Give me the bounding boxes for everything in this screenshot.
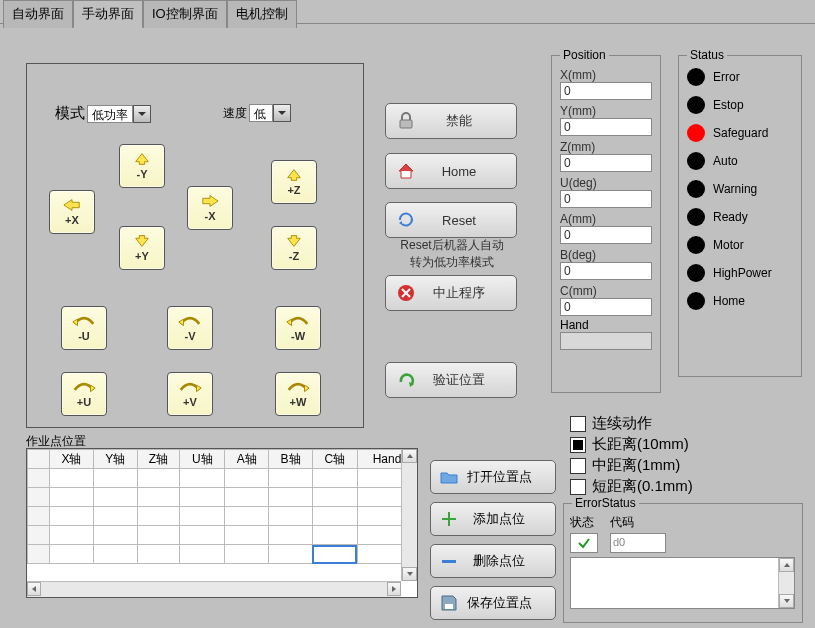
rotate-ccw-icon [177,314,203,328]
table-cell[interactable] [225,488,269,507]
table-cell[interactable] [50,469,94,488]
table-cell[interactable] [180,545,225,564]
checkbox-icon[interactable] [570,479,586,495]
jog-plus-x-button[interactable]: +X [49,190,95,234]
table-cell[interactable] [312,488,357,507]
jog-minus-x-button[interactable]: -X [187,186,233,230]
mode-value: 低功率 [87,105,133,123]
step-option-1[interactable]: 长距离(10mm) [570,435,693,454]
step-option-2[interactable]: 中距离(1mm) [570,456,693,475]
abort-button[interactable]: 中止程序 [385,275,517,311]
table-cell[interactable] [312,526,357,545]
rotate-ccw-icon [71,314,97,328]
home-button[interactable]: Home [385,153,517,189]
rotate-cw-icon [285,380,311,394]
scroll-up-button[interactable] [779,558,794,572]
delete-point-button[interactable]: 删除点位 [430,544,556,578]
pos-label-0: X(mm) [560,68,652,82]
mode-dropdown-button[interactable] [133,105,151,123]
table-cell[interactable] [93,507,137,526]
jog-minus-z-button[interactable]: -Z [271,226,317,270]
checkbox-icon[interactable] [570,416,586,432]
table-cell[interactable] [50,526,94,545]
error-state-label: 状态 [570,514,598,531]
position-title: Position [560,48,609,62]
step-option-0[interactable]: 连续动作 [570,414,693,433]
tab-motor[interactable]: 电机控制 [227,0,297,28]
table-cell[interactable] [225,526,269,545]
jog-minus-v-button[interactable]: -V [167,306,213,350]
table-cell[interactable] [50,488,94,507]
pos-label-1: Y(mm) [560,104,652,118]
col-header: Z轴 [137,450,180,469]
status-dot-icon [687,292,705,310]
table-cell[interactable] [180,526,225,545]
error-text-scrollbar[interactable] [778,558,794,608]
reset-button[interactable]: Reset [385,202,517,238]
error-status-title: ErrorStatus [572,496,639,510]
jog-minus-u-button[interactable]: -U [61,306,107,350]
table-cell[interactable] [269,469,313,488]
jog-minus-y-button[interactable]: -Y [119,144,165,188]
table-cell[interactable] [269,526,313,545]
table-cell[interactable] [93,526,137,545]
checkbox-icon[interactable] [570,437,586,453]
table-cell[interactable] [180,488,225,507]
table-cell[interactable] [269,507,313,526]
table-cell[interactable] [269,488,313,507]
status-row-highpower: HighPower [687,264,795,282]
table-hscrollbar[interactable] [27,581,401,597]
table-cell[interactable] [312,507,357,526]
jog-minus-w-button[interactable]: -W [275,306,321,350]
table-cell[interactable] [137,526,180,545]
table-cell[interactable] [180,507,225,526]
table-cell[interactable] [269,545,313,564]
pos-label-2: Z(mm) [560,140,652,154]
table-cell[interactable] [137,488,180,507]
jog-plus-z-button[interactable]: +Z [271,160,317,204]
table-cell[interactable] [312,469,357,488]
table-cell[interactable] [225,507,269,526]
table-vscrollbar[interactable] [401,449,417,581]
table-cell[interactable] [137,545,180,564]
workpoint-table[interactable]: X轴Y轴Z轴U轴A轴B轴C轴Hand [26,448,418,598]
status-dot-icon [687,180,705,198]
step-option-3[interactable]: 短距离(0.1mm) [570,477,693,496]
jog-plus-y-button[interactable]: +Y [119,226,165,270]
table-cell[interactable] [225,545,269,564]
status-row-error: Error [687,68,795,86]
table-cell[interactable] [93,545,137,564]
table-cell[interactable] [93,469,137,488]
jog-plus-v-button[interactable]: +V [167,372,213,416]
error-text-area[interactable] [570,557,795,609]
table-cell[interactable] [93,488,137,507]
row-header [28,526,50,545]
table-cell[interactable] [50,507,94,526]
arrow-down-icon [285,234,303,248]
table-cell[interactable] [180,469,225,488]
pos-value-4: 0 [560,226,652,244]
speed-dropdown-button[interactable] [273,104,291,122]
tab-auto[interactable]: 自动界面 [3,0,73,28]
disable-button[interactable]: 禁能 [385,103,517,139]
table-cell[interactable] [50,545,94,564]
scroll-down-button[interactable] [779,594,794,608]
verify-position-button[interactable]: 验证位置 [385,362,517,398]
table-cell[interactable] [137,469,180,488]
jog-plus-w-button[interactable]: +W [275,372,321,416]
rotate-cw-icon [177,380,203,394]
table-cell[interactable] [137,507,180,526]
status-dot-icon [687,124,705,142]
jog-plus-u-button[interactable]: +U [61,372,107,416]
add-point-button[interactable]: 添加点位 [430,502,556,536]
rotate-ccw-icon [285,314,311,328]
checkbox-icon[interactable] [570,458,586,474]
rotate-cw-icon [71,380,97,394]
status-dot-icon [687,96,705,114]
tab-manual[interactable]: 手动界面 [73,0,143,28]
table-cell[interactable] [312,545,357,564]
tab-io[interactable]: IO控制界面 [143,0,227,28]
open-points-button[interactable]: 打开位置点 [430,460,556,494]
table-cell[interactable] [225,469,269,488]
save-points-button[interactable]: 保存位置点 [430,586,556,620]
